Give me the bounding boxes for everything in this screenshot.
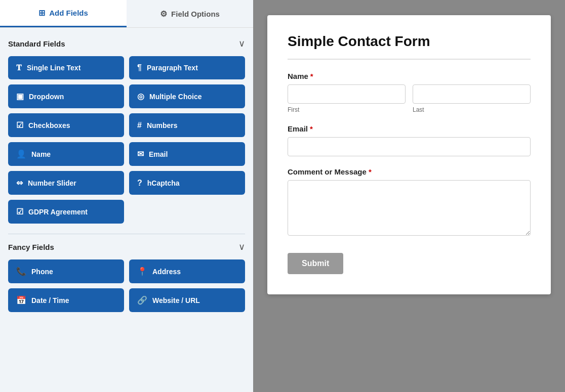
field-btn-dropdown[interactable]: ▣ Dropdown (8, 84, 124, 108)
single-line-text-icon: 𝐓 (16, 63, 22, 72)
form-divider (288, 59, 531, 60)
field-btn-phone[interactable]: 📞 Phone (8, 259, 124, 283)
datetime-icon: 📅 (16, 295, 26, 305)
field-btn-numbers-label: Numbers (147, 121, 178, 129)
last-name-label: Last (413, 106, 531, 113)
last-name-input[interactable] (413, 84, 531, 104)
tab-field-options[interactable]: ⚙ Field Options (127, 0, 253, 27)
field-btn-checkboxes[interactable]: ☑ Checkboxes (8, 113, 124, 137)
first-name-input[interactable] (288, 84, 406, 104)
name-field-label: Name * (288, 72, 531, 80)
gdpr-icon: ☑ (16, 207, 23, 216)
field-btn-number-slider-label: Number Slider (28, 179, 76, 187)
field-options-icon: ⚙ (160, 9, 167, 19)
field-btn-multiple-choice-label: Multiple Choice (149, 93, 201, 101)
field-btn-datetime[interactable]: 📅 Date / Time (8, 288, 124, 312)
message-textarea[interactable] (288, 180, 531, 236)
name-required-star: * (310, 72, 313, 80)
section-divider (8, 234, 245, 234)
field-btn-single-line-text-label: Single Line Text (27, 64, 80, 72)
field-btn-hcaptcha-label: hCaptcha (147, 179, 180, 187)
field-btn-website-url[interactable]: 🔗 Website / URL (129, 288, 245, 312)
field-btn-address-label: Address (152, 268, 181, 276)
standard-fields-title: Standard Fields (8, 39, 65, 48)
checkboxes-icon: ☑ (16, 120, 23, 130)
field-btn-website-url-label: Website / URL (152, 296, 200, 304)
field-btn-numbers[interactable]: # Numbers (129, 113, 245, 137)
email-required-star: * (310, 124, 313, 133)
number-slider-icon: ⇔ (16, 178, 23, 188)
field-btn-dropdown-label: Dropdown (29, 93, 64, 101)
tab-field-options-label: Field Options (171, 10, 220, 18)
field-btn-phone-label: Phone (31, 268, 53, 276)
field-btn-name[interactable]: 👤 Name (8, 142, 124, 166)
field-btn-datetime-label: Date / Time (31, 296, 69, 304)
form-title: Simple Contact Form (288, 33, 531, 50)
message-field-label: Comment or Message * (288, 167, 531, 176)
paragraph-text-icon: ¶ (137, 63, 142, 72)
tab-add-fields-label: Add Fields (49, 9, 88, 17)
tabs-header: ⊞ Add Fields ⚙ Field Options (0, 0, 253, 28)
standard-fields-chevron[interactable]: ∨ (238, 38, 245, 49)
field-btn-address[interactable]: 📍 Address (129, 259, 245, 283)
standard-fields-header: Standard Fields ∨ (8, 38, 245, 49)
email-field-label: Email * (288, 124, 531, 133)
submit-button[interactable]: Submit (288, 253, 343, 274)
field-btn-name-label: Name (31, 150, 51, 158)
website-url-icon: 🔗 (137, 295, 147, 305)
email-input[interactable] (288, 137, 531, 156)
first-name-wrap: First (288, 84, 406, 113)
form-field-message: Comment or Message * (288, 167, 531, 238)
field-btn-hcaptcha[interactable]: ? hCaptcha (129, 171, 245, 195)
standard-fields-grid: 𝐓 Single Line Text ¶ Paragraph Text ▣ Dr… (8, 56, 245, 224)
hcaptcha-icon: ? (137, 179, 142, 188)
field-btn-email-label: Email (149, 150, 168, 158)
field-btn-email[interactable]: ✉ Email (129, 142, 245, 166)
field-btn-gdpr[interactable]: ☑ GDPR Agreement (8, 200, 124, 224)
tab-add-fields[interactable]: ⊞ Add Fields (0, 0, 127, 27)
fancy-fields-grid: 📞 Phone 📍 Address 📅 Date / Time 🔗 Websit… (8, 259, 245, 312)
fancy-fields-header: Fancy Fields ∨ (8, 241, 245, 252)
address-icon: 📍 (137, 267, 147, 276)
field-btn-gdpr-label: GDPR Agreement (28, 208, 88, 216)
form-field-name: Name * First Last (288, 72, 531, 113)
name-inputs: First Last (288, 84, 531, 113)
form-container: Simple Contact Form Name * First Last (267, 15, 551, 294)
email-icon: ✉ (137, 149, 144, 159)
numbers-icon: # (137, 121, 142, 130)
fancy-fields-title: Fancy Fields (8, 243, 54, 251)
first-name-label: First (288, 106, 406, 113)
field-btn-single-line-text[interactable]: 𝐓 Single Line Text (8, 56, 124, 79)
name-icon: 👤 (16, 149, 26, 159)
right-panel: Simple Contact Form Name * First Last (253, 0, 565, 392)
last-name-wrap: Last (413, 84, 531, 113)
phone-icon: 📞 (16, 267, 26, 276)
field-btn-number-slider[interactable]: ⇔ Number Slider (8, 171, 124, 195)
message-required-star: * (369, 167, 372, 176)
field-btn-checkboxes-label: Checkboxes (28, 121, 70, 129)
left-panel: ⊞ Add Fields ⚙ Field Options Standard Fi… (0, 0, 253, 392)
left-content: Standard Fields ∨ 𝐓 Single Line Text ¶ P… (0, 28, 253, 392)
field-btn-multiple-choice[interactable]: ◎ Multiple Choice (129, 84, 245, 108)
field-btn-paragraph-text[interactable]: ¶ Paragraph Text (129, 56, 245, 79)
field-btn-paragraph-text-label: Paragraph Text (147, 64, 198, 72)
add-fields-icon: ⊞ (38, 8, 45, 18)
fancy-fields-chevron[interactable]: ∨ (238, 241, 245, 252)
form-field-email: Email * (288, 124, 531, 156)
multiple-choice-icon: ◎ (137, 92, 144, 101)
dropdown-icon: ▣ (16, 92, 24, 101)
